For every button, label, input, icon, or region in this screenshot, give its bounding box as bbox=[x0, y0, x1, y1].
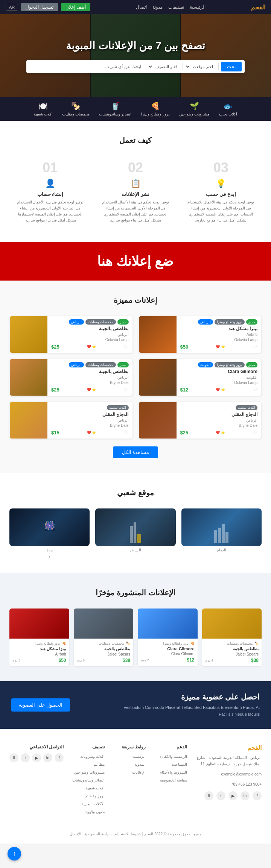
view-more-container: مشاهدة الكل bbox=[9, 446, 262, 458]
footer-quick-ads[interactable]: الإعلانات bbox=[132, 770, 146, 774]
heart-icon-3[interactable]: ♡ bbox=[253, 387, 257, 393]
ad-card-5-badges: اكلات شعبية bbox=[180, 405, 258, 410]
tower-b4 bbox=[214, 530, 217, 543]
language-button[interactable]: AR bbox=[6, 4, 18, 11]
social-icon-yt[interactable]: ▶ bbox=[32, 753, 41, 762]
step-1-icon: 👤 bbox=[15, 179, 85, 188]
heart-icon-1[interactable]: ♡ bbox=[253, 344, 257, 350]
footer-link-help[interactable]: المساعدة bbox=[172, 762, 187, 766]
footer-link-terms[interactable]: الشروط والأحكام bbox=[160, 770, 187, 774]
recent-card-4[interactable]: 🍕 بروز وقطائع وبيتزا بيتزا مشكل هند Airb… bbox=[9, 609, 69, 666]
heart-icon-5[interactable]: ♡ bbox=[253, 429, 257, 436]
recent-card-2[interactable]: 🍕 بروز وقطائع وبيتزا Clara Gilmore Clara… bbox=[138, 609, 198, 666]
ad-card-6-image bbox=[10, 402, 47, 439]
city-card-riyadh[interactable] bbox=[95, 508, 175, 546]
footer-cat-5[interactable]: اكلات شعبية bbox=[86, 786, 105, 790]
step-1-num: 01 bbox=[15, 160, 85, 176]
search-button[interactable]: بحث bbox=[221, 62, 242, 71]
ad-card-2-body: مميز محمصات ومقليات الرياض بطاطس بالجبنة… bbox=[47, 316, 132, 353]
city-card-dammam[interactable] bbox=[181, 508, 262, 546]
footer-copyright: جميع الحقوق محفوظة © 2022 الفحم | شروط ا… bbox=[70, 832, 201, 836]
recent-card-1-footer: $38 4 يوم bbox=[205, 658, 259, 663]
view-more-button[interactable]: مشاهدة الكل bbox=[113, 446, 158, 458]
footer-cat-4[interactable]: عصائر وساندويتشات bbox=[72, 778, 105, 782]
membership-button[interactable]: الحصول على العضوية bbox=[11, 698, 70, 712]
ad-card-3-image bbox=[139, 359, 177, 396]
footer-categories-heading: تصنيف bbox=[71, 744, 105, 750]
social-icon-in[interactable]: in bbox=[43, 753, 52, 762]
category-snacks[interactable]: 🌱 مشروبات وطواحين bbox=[179, 102, 210, 116]
category-grilled[interactable]: 🍢 محمصات ومقليات bbox=[62, 102, 90, 116]
category-local[interactable]: 🍽️ اكلات شعبية bbox=[34, 102, 53, 116]
footer-bottom: جميع الحقوق محفوظة © 2022 الفحم | شروط ا… bbox=[9, 826, 262, 836]
city-jeddah-sub: و bbox=[9, 554, 90, 558]
footer-cat-6[interactable]: بروز وقطائع bbox=[85, 794, 105, 798]
footer-cat-3[interactable]: مشروبات وطواحين bbox=[74, 770, 105, 774]
recent-card-4-image bbox=[9, 609, 69, 639]
recent-card-1[interactable]: 🍢 محمصات ومقليات بطاطس بالجبنة Jaleel Sp… bbox=[202, 609, 262, 666]
social-icon-tw[interactable]: t bbox=[21, 753, 30, 762]
footer-link-home[interactable]: الرئيسية والكفاءة bbox=[160, 754, 187, 759]
category-seafood[interactable]: 🐟 أكلات بحرية bbox=[219, 102, 237, 116]
social-icon-li[interactable]: li bbox=[9, 753, 18, 762]
social-icon-f[interactable]: f bbox=[55, 753, 64, 762]
social-instagram[interactable]: in bbox=[241, 791, 250, 800]
membership-desc: Vestibulum Commodo Placerat Tellus. Sed … bbox=[117, 704, 260, 718]
footer-support-links: الرئيسية والكفاءة المساعدة الشروط والأحك… bbox=[153, 753, 187, 783]
social-facebook[interactable]: f bbox=[253, 791, 262, 800]
footer-quick-blog[interactable]: المدونة bbox=[134, 762, 146, 766]
ad-card-1-user: Airbnb bbox=[180, 332, 258, 337]
footer-quick-links: الرئيسية المدونة الإعلانات bbox=[112, 753, 146, 775]
category-select[interactable]: اختر التصنيف bbox=[148, 63, 180, 70]
ad-card-5[interactable]: اكلات شعبية الدجاج المقلي الرياض Bryne D… bbox=[139, 402, 262, 439]
nav-home[interactable]: الرئيسية bbox=[190, 5, 206, 10]
red-banner[interactable]: ضع إعلانك هنا bbox=[0, 242, 271, 281]
nav-categories[interactable]: تصنيفات bbox=[168, 5, 184, 10]
social-youtube[interactable]: ▶ bbox=[228, 791, 238, 800]
ad-card-2-badges: مميز محمصات ومقليات الرياض bbox=[51, 319, 129, 325]
post-ad-button[interactable]: أضف إعلان bbox=[61, 3, 90, 11]
recent-card-3[interactable]: 🍢 محمصات ومقليات بطاطس بالجبنة Jaleel Sp… bbox=[74, 609, 134, 666]
recent-card-2-price: $12 bbox=[187, 657, 194, 663]
location-select[interactable]: اختر موقعك bbox=[185, 63, 216, 70]
footer-link-privacy[interactable]: سياسة الخصوصية bbox=[160, 778, 187, 782]
category-grilled-label: محمصات ومقليات bbox=[62, 112, 90, 116]
ad-card-6-meta: ⭐ ❤️ bbox=[87, 431, 96, 434]
footer-brand: الفحم bbox=[195, 744, 262, 751]
ad-card-2-image bbox=[10, 316, 47, 353]
ad-card-3[interactable]: مميز بروز وقطائع وبيتزا الكويت Clara Gil… bbox=[139, 359, 262, 396]
ad-card-6[interactable]: اكلات شعبية الدجاج المقلي الرياض Bryne D… bbox=[9, 402, 133, 439]
city-name-jeddah: جدة bbox=[9, 548, 90, 552]
nav-contact[interactable]: اتصال bbox=[136, 5, 147, 10]
category-juices[interactable]: 🥤 عصائر وساندويتشات bbox=[99, 102, 131, 116]
footer-cat-8[interactable]: مقهى وقهوة bbox=[85, 810, 105, 814]
social-linkedin[interactable]: li bbox=[204, 791, 213, 800]
ad-card-3-price: $12 bbox=[180, 387, 189, 393]
ad-card-1[interactable]: مميز بروز وقطائع وبيتزا الرياض بيتزا مشك… bbox=[139, 316, 262, 353]
heart-icon-6[interactable]: ♡ bbox=[124, 429, 129, 436]
search-input[interactable] bbox=[29, 62, 143, 71]
login-button[interactable]: تسجيل الدخول bbox=[21, 3, 58, 11]
nav-blog[interactable]: مدونة bbox=[152, 5, 163, 10]
footer-cat-1[interactable]: اكلات وشروبات bbox=[80, 754, 105, 759]
social-twitter[interactable]: t bbox=[216, 791, 225, 800]
footer-cat-2[interactable]: مطاعم bbox=[94, 762, 105, 766]
city-riyadh[interactable]: الرياض bbox=[95, 508, 175, 558]
city-jeddah[interactable]: 🎆 جدة و bbox=[9, 508, 90, 558]
ad-card-1-meta: ⭐ ❤️ bbox=[216, 345, 225, 349]
category-pizza[interactable]: 🍕 بروز وقطائع وبيتزا bbox=[141, 102, 170, 116]
footer-quick-home[interactable]: الرئيسية bbox=[132, 754, 146, 759]
city-dammam[interactable]: الدمام bbox=[181, 508, 262, 558]
ad-card-2[interactable]: مميز محمصات ومقليات الرياض بطاطس بالجبنة… bbox=[9, 316, 133, 353]
city-card-jeddah[interactable]: 🎆 bbox=[9, 508, 90, 546]
heart-icon-4[interactable]: ♡ bbox=[124, 387, 129, 393]
popular-cities-section: موقع شعبي الدمام bbox=[0, 473, 271, 573]
ad-card-4[interactable]: مميز محمصات ومقليات الرياض بطاطس بالجبنة… bbox=[9, 359, 133, 396]
heart-icon-2[interactable]: ♡ bbox=[124, 344, 129, 350]
step-2-title: نشر الإعلانات bbox=[100, 191, 171, 197]
badge-category: بروز وقطائع وبيتزا bbox=[215, 319, 245, 325]
badge-location: الرياض bbox=[198, 319, 213, 325]
ad-card-6-price: $15 bbox=[51, 430, 59, 436]
ad-card-4-badges: مميز محمصات ومقليات الرياض bbox=[51, 362, 129, 367]
footer-cat-7[interactable]: الأكلات البحرية bbox=[82, 802, 105, 806]
